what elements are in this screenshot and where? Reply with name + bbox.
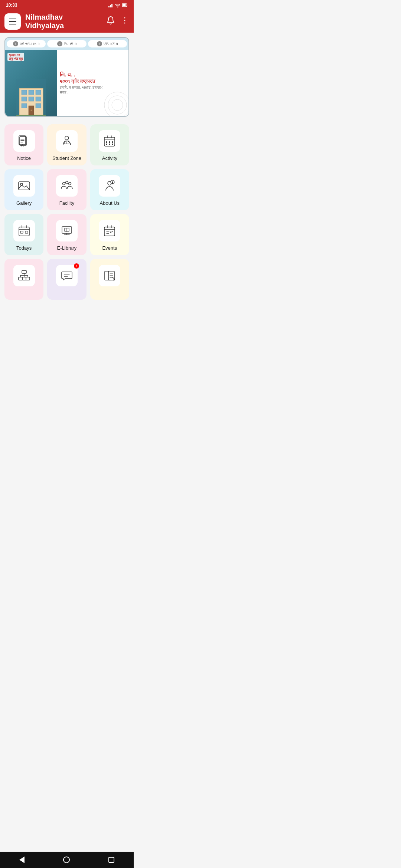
app-bar: Nilmadhav Vidhyalaya (0, 10, 134, 33)
banner-content: પ્રાશ઼ਾਰਗ੍ਰੂ ਅੋਫ਼ ਸ੍ਕੂ (5, 50, 128, 116)
activity-calendar-icon (103, 134, 116, 148)
gallery-icon (17, 179, 31, 193)
svg-rect-2 (111, 4, 113, 7)
grid-item-todays[interactable]: Todays (4, 214, 43, 255)
svg-point-50 (65, 181, 68, 184)
menu-button[interactable] (4, 13, 21, 30)
svg-rect-18 (22, 103, 27, 108)
notice-icon (17, 134, 31, 148)
grid-item-notice[interactable]: Notice (4, 124, 43, 165)
chat-badge: 1 (74, 263, 79, 269)
todays-label: Todays (16, 245, 32, 251)
e-library-label: E-Library (57, 245, 77, 251)
grid-item-events[interactable]: Events (90, 214, 129, 255)
svg-point-9 (124, 23, 125, 24)
svg-rect-1 (110, 5, 111, 7)
svg-point-41 (109, 142, 110, 142)
banner-tab-1[interactable]: 1 શ્રી નાર્વ. | (ગ઼ ।) (7, 40, 46, 47)
student-icon-box (56, 130, 78, 152)
more-vertical-icon (120, 16, 129, 25)
svg-point-43 (106, 144, 107, 145)
wifi-icon (115, 3, 120, 7)
banner-carousel[interactable]: 1 શ્રી નાર્વ. | (ગ઼ ।) 2 નિ. | (ਸ ।) 3 ਪ… (4, 37, 129, 117)
svg-point-7 (124, 17, 125, 19)
todays-icon-box (13, 220, 35, 241)
svg-point-45 (112, 144, 113, 145)
about-icon-box: i (99, 175, 120, 197)
facility-label: Facility (59, 200, 74, 206)
grid-item-row4-1[interactable] (4, 259, 43, 300)
svg-rect-19 (36, 103, 41, 108)
svg-rect-0 (108, 6, 110, 7)
banner-title: નિ. વ. . (60, 71, 125, 78)
grid-item-student-zone[interactable]: Student Zone (47, 124, 86, 165)
svg-rect-65 (104, 227, 115, 236)
banner-tab-2[interactable]: 2 નિ. | (ਸ ।) (47, 40, 86, 47)
svg-rect-17 (36, 97, 41, 101)
student-zone-label: Student Zone (52, 155, 81, 161)
svg-rect-79 (26, 277, 30, 280)
notice-label: Notice (17, 155, 31, 161)
grid-item-gallery[interactable]: Gallery (4, 169, 43, 210)
svg-rect-13 (29, 90, 34, 95)
bell-icon (106, 16, 115, 25)
app-bar-icons (106, 16, 129, 27)
svg-point-33 (65, 136, 69, 140)
gallery-label: Gallery (16, 200, 32, 206)
banner-label: પ્રાશ઼ਾਰਗ੍ਰੂ ਅੋਫ਼ ਸ੍ਕੂ (7, 53, 24, 61)
checklist-icon (103, 269, 116, 282)
checklist-icon-box (99, 265, 120, 286)
facility-icon (60, 179, 74, 193)
scroll-area: 1 શ્રી નાર્વ. | (ગ઼ ।) 2 નિ. | (ਸ ।) 3 ਪ… (0, 37, 134, 321)
grid-item-about-us[interactable]: i About Us (90, 169, 129, 210)
banner-subtitle: ૨૦૦૧ ਥ੍ਕਿ ਕਾਰ੍ਯਰਤ (60, 79, 125, 84)
banner-inner: 1 શ્રી નાર્વ. | (ગ઼ ।) 2 નિ. | (ਸ ।) 3 ਪ… (5, 38, 128, 116)
building-svg (16, 79, 46, 116)
events-label: Events (102, 245, 117, 251)
events-icon-box (99, 220, 120, 241)
activity-label: Activity (102, 155, 117, 161)
elibrary-icon-box (56, 220, 78, 241)
facility-icon-box (56, 175, 78, 197)
svg-point-3 (117, 7, 118, 7)
grid-item-facility[interactable]: Facility (47, 169, 86, 210)
svg-rect-12 (22, 90, 27, 95)
status-icons (108, 3, 128, 7)
svg-point-49 (68, 183, 71, 185)
banner-tab-3[interactable]: 3 ਪ੍ਰਾ. | (ਸ ।) (88, 40, 127, 47)
svg-rect-15 (22, 97, 27, 101)
about-us-label: About Us (100, 200, 120, 206)
status-bar: 10:33 (0, 0, 134, 10)
notification-button[interactable] (106, 16, 115, 27)
svg-rect-77 (19, 277, 22, 280)
hamburger-icon (9, 19, 16, 24)
svg-point-25 (112, 99, 123, 111)
svg-rect-5 (123, 4, 126, 6)
svg-point-44 (109, 144, 110, 145)
svg-rect-46 (19, 182, 30, 190)
svg-text:i: i (112, 181, 113, 184)
svg-point-24 (108, 96, 127, 114)
grid-item-row4-3[interactable] (90, 259, 129, 300)
svg-rect-14 (36, 90, 41, 95)
gallery-icon-box (13, 175, 35, 197)
about-person-icon: i (103, 179, 116, 193)
svg-point-21 (30, 110, 32, 111)
app-title: Nilmadhav Vidhyalaya (25, 13, 102, 30)
battery-icon (122, 3, 128, 7)
svg-rect-59 (25, 231, 28, 233)
more-options-button[interactable] (120, 16, 129, 27)
svg-point-8 (124, 20, 125, 21)
svg-point-48 (62, 183, 65, 185)
menu-grid: Notice Student Zone (0, 121, 134, 303)
orgchart-icon (17, 269, 31, 282)
svg-rect-78 (22, 277, 26, 280)
activity-icon-box (99, 130, 120, 152)
decorative-mandala (102, 90, 129, 117)
grid-item-e-library[interactable]: E-Library (47, 214, 86, 255)
todays-calendar-icon (17, 224, 31, 237)
grid-item-row4-2[interactable]: 1 (47, 259, 86, 300)
banner-building: પ્રાશ઼ਾਰਗ੍ਰੂ ਅੋਫ਼ ਸ੍ਕੂ (5, 50, 57, 116)
svg-point-40 (106, 142, 107, 142)
grid-item-activity[interactable]: Activity (90, 124, 129, 165)
